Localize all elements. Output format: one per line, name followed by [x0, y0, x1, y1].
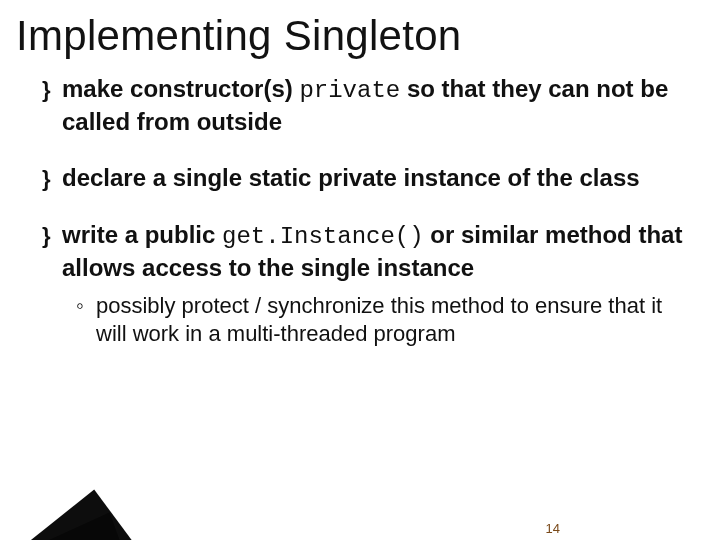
list-item: } declare a single static private instan…: [42, 163, 696, 194]
code-segment: private: [299, 77, 400, 104]
sub-bullet-icon: ◦: [76, 292, 96, 321]
list-item-text: write a public get.Instance() or similar…: [62, 220, 696, 283]
list-item: } write a public get.Instance() or simil…: [42, 220, 696, 283]
bullet-icon: }: [42, 222, 62, 250]
text-segment: make constructor(s): [62, 75, 299, 102]
list-item: } make constructor(s) private so that th…: [42, 74, 696, 137]
text-segment: write a public: [62, 221, 222, 248]
sub-list-item: ◦ possibly protect / synchronize this me…: [76, 292, 696, 349]
content-block: } make constructor(s) private so that th…: [42, 74, 696, 349]
code-segment: get.Instance(): [222, 223, 424, 250]
bullet-icon: }: [42, 165, 62, 193]
corner-decoration-icon: [0, 484, 134, 540]
list-item-text: make constructor(s) private so that they…: [62, 74, 696, 137]
text-segment: declare a single static private instance…: [62, 164, 640, 191]
bullet-icon: }: [42, 76, 62, 104]
list-item-text: declare a single static private instance…: [62, 163, 696, 194]
sub-list-item-text: possibly protect / synchronize this meth…: [96, 292, 696, 349]
page-number: 14: [546, 521, 560, 536]
slide: Implementing Singleton } make constructo…: [0, 12, 720, 540]
page-title: Implementing Singleton: [16, 12, 720, 60]
